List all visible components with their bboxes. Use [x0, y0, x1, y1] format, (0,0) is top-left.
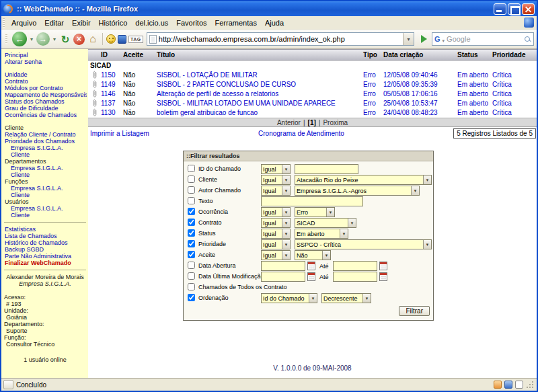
operator-select[interactable]: Igual — [261, 186, 291, 196]
statusbar-extension-icon[interactable] — [504, 381, 512, 389]
date-from-input[interactable] — [261, 261, 305, 271]
sidebar-item-cliente[interactable]: Cliente — [3, 171, 87, 178]
home-button[interactable] — [87, 33, 99, 45]
column-header-data-criacao[interactable]: Data criação — [381, 51, 455, 58]
order-field-select[interactable]: Id do Chamado — [261, 293, 317, 303]
operator-select[interactable]: Igual — [261, 239, 291, 249]
menu-historico[interactable]: Histórico — [95, 17, 132, 29]
filter-checkbox-ordenacao[interactable] — [188, 294, 195, 301]
stop-button[interactable] — [73, 34, 85, 45]
toolbar-grip[interactable] — [5, 34, 7, 44]
sidebar-item-parte-nao-administrativa[interactable]: Parte Não Administrativa — [3, 253, 87, 260]
sidebar-item-ocorrencias-de-chamados[interactable]: Ocorrências de Chamados — [3, 112, 87, 118]
menu-del-icio-us[interactable]: del.icio.us — [131, 17, 172, 29]
close-button[interactable] — [522, 3, 535, 15]
menu-favoritos[interactable]: Favoritos — [172, 17, 210, 29]
ticket-id-link[interactable]: 1149 — [99, 81, 121, 88]
ticket-title-link[interactable]: SISBOL - LOTAÇÃO DE MILITAR — [155, 71, 361, 79]
filter-checkbox-status[interactable] — [188, 229, 195, 237]
sidebar-item-unidade[interactable]: Unidade — [3, 71, 87, 78]
url-bar[interactable]: http://webchamado.empresa.com.br/admin/i… — [147, 32, 414, 46]
filter-checkbox-contrato[interactable] — [188, 219, 195, 226]
sidebar-item-grau-de-dificuldade[interactable]: Grau de Dificuldade — [3, 105, 87, 112]
date-from-input[interactable] — [261, 272, 305, 282]
search-bar[interactable]: Google — [432, 32, 534, 46]
operator-select[interactable]: Igual — [261, 175, 291, 185]
maximize-button[interactable] — [508, 3, 521, 15]
operator-select[interactable]: Igual — [261, 207, 291, 217]
forward-history-dropdown-icon[interactable] — [52, 36, 57, 42]
extension-icon[interactable] — [118, 35, 126, 44]
ticket-title-link[interactable]: boletim geral atribuicao de funcao — [155, 109, 361, 116]
sidebar-item-finalizar-webchamado[interactable]: Finalizar WebChamado — [3, 260, 87, 266]
filter-checkbox-texto[interactable] — [188, 197, 195, 204]
filter-value-select[interactable]: Em aberto — [295, 229, 348, 239]
reload-button[interactable] — [59, 33, 71, 45]
ticket-title-link[interactable]: Alteração de perfil de acesso a relatori… — [155, 90, 361, 97]
sidebar-item-cliente[interactable]: Cliente — [3, 151, 87, 158]
date-to-input[interactable] — [333, 261, 377, 271]
sidebar-item-cliente[interactable]: Cliente — [3, 192, 87, 198]
ticket-id-link[interactable]: 1130 — [99, 109, 121, 116]
calendar-icon[interactable] — [379, 272, 387, 281]
filter-checkbox-chamados-de-todos-os-contrato[interactable] — [188, 283, 195, 290]
ticket-title-link[interactable]: SISBOL - MILITAR LOTADO EM UMA UNIDADE A… — [155, 100, 361, 107]
filter-checkbox-autor-chamado[interactable] — [188, 186, 195, 194]
menu-exibir[interactable]: Exibir — [68, 17, 95, 29]
sidebar-item-empresa-s-i-g-l-a[interactable]: Empresa S.I.G.L.A. — [3, 145, 87, 151]
operator-select[interactable]: Igual — [261, 250, 291, 260]
ticket-id-link[interactable]: 1137 — [99, 100, 121, 107]
back-button[interactable] — [12, 32, 27, 46]
url-dropdown-button[interactable] — [403, 33, 414, 45]
schedule-link[interactable]: Cronograma de Atendimento — [149, 130, 453, 137]
ticket-title-link[interactable]: SISBOL - 2 PARTE CONCLUSAO DE CURSO — [155, 81, 361, 88]
column-header-id[interactable]: ID — [99, 51, 121, 58]
ticket-id-link[interactable]: 1150 — [99, 71, 121, 79]
back-history-dropdown-icon[interactable] — [29, 36, 34, 42]
print-list-link[interactable]: Imprimir a Listagem — [89, 130, 149, 137]
filter-value-select[interactable]: SSPGO - Crítica — [295, 239, 432, 249]
filter-checkbox-prioridade[interactable] — [188, 240, 195, 247]
sidebar-item-prioridade-dos-chamados[interactable]: Prioridade dos Chamados — [3, 138, 87, 145]
sidebar-item-empresa-s-i-g-l-a[interactable]: Empresa S.I.G.L.A. — [3, 165, 87, 171]
go-button[interactable] — [418, 32, 430, 46]
calendar-icon[interactable] — [307, 272, 315, 281]
operator-select[interactable]: Igual — [261, 229, 291, 239]
ticket-id-link[interactable]: 1146 — [99, 90, 121, 97]
menu-ferramentas[interactable]: Ferramentas — [211, 17, 261, 29]
column-header-titulo[interactable]: Título — [155, 51, 361, 58]
statusbar-extension-icon[interactable] — [515, 381, 523, 389]
sidebar-item-lista-de-chamados[interactable]: Lista de Chamados — [3, 233, 87, 239]
sidebar-item-status-dos-chamados[interactable]: Status dos Chamados — [3, 98, 87, 105]
magnifier-icon[interactable] — [524, 36, 531, 43]
sidebar-item-alterar-senha[interactable]: Alterar Senha — [3, 58, 87, 65]
column-header-status[interactable]: Status — [455, 51, 490, 58]
filter-checkbox-aceite[interactable] — [188, 251, 195, 258]
menu-editar[interactable]: Editar — [40, 17, 68, 29]
sidebar-item-empresa-s-i-g-l-a[interactable]: Empresa S.I.G.L.A. — [3, 185, 87, 192]
sidebar-item-modulos-por-contrato[interactable]: Módulos por Contrato — [3, 85, 87, 91]
filter-value-select[interactable]: Não — [295, 250, 331, 260]
filter-checkbox-ocorrencia[interactable] — [188, 208, 195, 215]
search-input[interactable]: Google — [447, 35, 522, 43]
column-header-tipo[interactable]: Tipo — [361, 51, 381, 58]
filter-value-select[interactable]: Atacadão Rio do Peixe — [295, 175, 432, 185]
filter-checkbox-data-abertura[interactable] — [188, 262, 195, 269]
operator-select[interactable]: Igual — [261, 218, 291, 228]
sidebar-item-principal[interactable]: Principal — [3, 52, 87, 58]
tag-extension-button[interactable]: TAG — [128, 36, 143, 43]
sidebar-item-mapeamento-de-responsaveis[interactable]: Mapeamento de Responsáveis — [3, 91, 87, 98]
url-text[interactable]: http://webchamado.empresa.com.br/admin/i… — [159, 35, 403, 43]
filter-value-select[interactable]: SICAD — [295, 218, 356, 228]
minimize-button[interactable] — [494, 3, 506, 15]
filter-checkbox-cliente[interactable] — [188, 175, 195, 183]
menu-ajuda[interactable]: Ajuda — [261, 17, 288, 29]
statusbar-extension-icon[interactable] — [494, 381, 502, 389]
operator-select[interactable]: Igual — [261, 164, 291, 174]
search-engine-dropdown-icon[interactable] — [443, 33, 445, 45]
sidebar-item-historico-de-chamados[interactable]: Histórico de Chamados — [3, 239, 87, 246]
calendar-icon[interactable] — [307, 262, 315, 270]
toolbar-grip[interactable] — [3, 18, 5, 28]
filter-value-input[interactable] — [295, 164, 358, 174]
column-header-aceite[interactable]: Aceite — [121, 51, 155, 58]
